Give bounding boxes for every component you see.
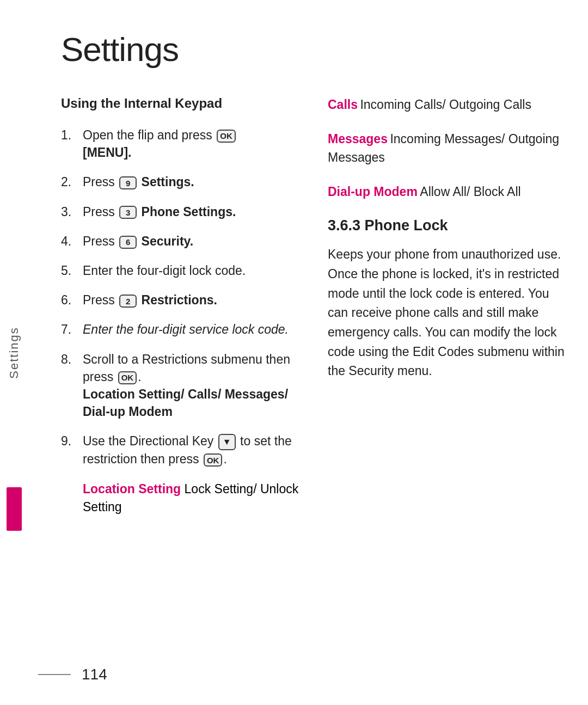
step-8-number: 8. bbox=[61, 351, 83, 368]
step-9-subitems: Location Setting Lock Setting/ Unlock Se… bbox=[83, 480, 301, 517]
page-container: Settings Settings Using the Internal Key… bbox=[0, 0, 588, 705]
step-4-content: Press 6 Security. bbox=[83, 232, 301, 250]
step-list: 1. Open the flip and press OK [MENU]. 2.… bbox=[61, 126, 301, 468]
step-7-content: Enter the four-digit service lock code. bbox=[83, 321, 301, 338]
step-5-content: Enter the four-digit lock code. bbox=[83, 262, 301, 279]
ok-key-9: OK bbox=[204, 453, 223, 467]
ok-key-1: OK bbox=[217, 130, 236, 143]
step-5-number: 5. bbox=[61, 262, 83, 279]
step-1-bold: [MENU]. bbox=[83, 145, 131, 160]
step-6-content: Press 2 Restrictions. bbox=[83, 291, 301, 309]
ok-key-8: OK bbox=[118, 371, 137, 384]
step-8: 8. Scroll to a Restrictions submenu then… bbox=[61, 351, 301, 421]
page-footer: 114 bbox=[38, 666, 107, 683]
footer-line bbox=[38, 674, 71, 675]
step-6: 6. Press 2 Restrictions. bbox=[61, 291, 301, 309]
page-title: Settings bbox=[61, 30, 566, 69]
category-calls: Calls Incoming Calls/ Outgoing Calls bbox=[328, 96, 566, 114]
step-4-number: 4. bbox=[61, 232, 83, 250]
step-3-content: Press 3 Phone Settings. bbox=[83, 203, 301, 220]
messages-title: Messages bbox=[328, 132, 388, 146]
step-3: 3. Press 3 Phone Settings. bbox=[61, 203, 301, 220]
step-2-number: 2. bbox=[61, 173, 83, 191]
step-1-number: 1. bbox=[61, 126, 83, 144]
key-2: 2 bbox=[119, 295, 137, 308]
step-7-number: 7. bbox=[61, 321, 83, 338]
sidebar-label: Settings bbox=[7, 327, 21, 379]
category-messages: Messages Incoming Messages/ Outgoing Mes… bbox=[328, 130, 566, 167]
step-8-content: Scroll to a Restrictions submenu then pr… bbox=[83, 351, 301, 421]
step-2: 2. Press 9 Settings. bbox=[61, 173, 301, 191]
phone-lock-text: Keeps your phone from unauthorized use. … bbox=[328, 245, 566, 381]
key-9: 9 bbox=[119, 176, 137, 189]
step-2-content: Press 9 Settings. bbox=[83, 173, 301, 191]
sidebar-bar bbox=[7, 487, 22, 531]
dialup-desc: Allow All/ Block All bbox=[420, 185, 520, 199]
step-6-bold: Restrictions. bbox=[142, 293, 217, 307]
calls-desc: Incoming Calls/ Outgoing Calls bbox=[360, 97, 531, 112]
section-heading: Using the Internal Keypad bbox=[61, 96, 301, 111]
step-9: 9. Use the Directional Key ▼ to set the … bbox=[61, 432, 301, 468]
step-1-content: Open the flip and press OK [MENU]. bbox=[83, 126, 301, 161]
category-dialup: Dial-up Modem Allow All/ Block All bbox=[328, 183, 566, 201]
calls-title: Calls bbox=[328, 97, 358, 112]
sidebar: Settings bbox=[0, 0, 28, 705]
page-number: 114 bbox=[82, 666, 107, 683]
step-7: 7. Enter the four-digit service lock cod… bbox=[61, 321, 301, 338]
step-8-bold: Location Setting/ Calls/ Messages/ Dial-… bbox=[83, 387, 288, 419]
step-4-bold: Security. bbox=[142, 234, 193, 248]
directional-key-icon: ▼ bbox=[218, 434, 236, 450]
left-column: Using the Internal Keypad 1. Open the fl… bbox=[61, 96, 301, 683]
right-column: Calls Incoming Calls/ Outgoing Calls Mes… bbox=[328, 96, 566, 683]
step-1: 1. Open the flip and press OK [MENU]. bbox=[61, 126, 301, 161]
step-7-text: Enter the four-digit service lock code. bbox=[83, 322, 289, 336]
key-6: 6 bbox=[119, 236, 137, 249]
main-content: Settings Using the Internal Keypad 1. Op… bbox=[28, 0, 588, 705]
step-3-number: 3. bbox=[61, 203, 83, 220]
step-9-content: Use the Directional Key ▼ to set the res… bbox=[83, 432, 301, 468]
step-4: 4. Press 6 Security. bbox=[61, 232, 301, 250]
step-9-number: 9. bbox=[61, 432, 83, 450]
key-3: 3 bbox=[119, 206, 137, 219]
step-2-bold: Settings. bbox=[142, 175, 194, 189]
step-3-bold: Phone Settings. bbox=[142, 205, 236, 219]
step-5: 5. Enter the four-digit lock code. bbox=[61, 262, 301, 279]
dialup-title: Dial-up Modem bbox=[328, 185, 418, 199]
step-6-number: 6. bbox=[61, 291, 83, 309]
location-setting-label: Location Setting bbox=[83, 482, 181, 496]
two-columns: Using the Internal Keypad 1. Open the fl… bbox=[61, 96, 566, 683]
phone-lock-heading: 3.6.3 Phone Lock bbox=[328, 217, 566, 234]
